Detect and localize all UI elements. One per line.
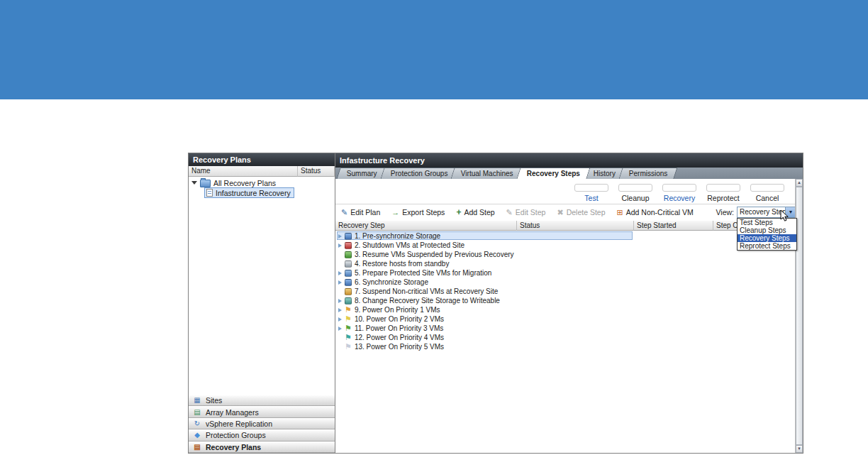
recovery-plan-icon [206, 189, 213, 197]
tree-root-label: All Recovery Plans [213, 179, 276, 187]
tree-selected-item[interactable]: Infastructure Recovery [204, 187, 294, 198]
recovery-plans-icon: ▤ [193, 444, 201, 451]
view-option-reprotect-steps[interactable]: Reprotect Steps [738, 242, 796, 250]
export-steps-icon: → [391, 209, 399, 216]
toolbar-button-label: Export Steps [402, 208, 445, 216]
scroll-down-icon[interactable]: ▼ [796, 445, 803, 453]
srm-window: Recovery Plans Name Status All Recovery … [188, 153, 803, 454]
tab-summary[interactable]: Summary [336, 168, 387, 179]
expand-arrow-icon[interactable] [338, 234, 342, 239]
expand-arrow-icon[interactable] [338, 308, 342, 312]
sidebar-item-label: Array Managers [206, 408, 259, 417]
expand-arrow-icon[interactable] [338, 299, 342, 303]
table-row[interactable]: 4. Restore hosts from standby [335, 259, 795, 268]
plan-actions-row: TestCleanupRecoveryReprotectCancel [571, 184, 795, 202]
tab-label: History [594, 168, 616, 179]
table-row[interactable]: ⚑13. Power On Priority 5 VMs [335, 342, 795, 351]
view-option-test-steps[interactable]: Test Steps [738, 219, 796, 226]
step-label: 5. Prepare Protected Site VMs for Migrat… [355, 269, 491, 277]
steps-list: 1. Pre-synchronize Storage2. Shutdown VM… [335, 231, 795, 453]
export-steps-button[interactable]: →Export Steps [391, 208, 445, 216]
screen: Recovery Plans Name Status All Recovery … [0, 0, 868, 455]
action-button-label: Recovery [659, 194, 700, 202]
expand-arrow-icon[interactable] [338, 327, 342, 331]
tab-recovery-steps[interactable]: Recovery Steps [517, 168, 591, 179]
expand-arrow-icon[interactable] [338, 271, 342, 275]
tab-virtual-machines[interactable]: Virtual Machines [451, 168, 524, 179]
action-button-label: Reprotect [703, 194, 744, 202]
test-button[interactable]: Test [571, 184, 612, 202]
step-label: 8. Change Recovery Site Storage to Write… [355, 297, 500, 305]
step-label: 11. Power On Priority 3 VMs [355, 324, 443, 332]
scroll-up-icon[interactable]: ▲ [796, 179, 803, 187]
action-button-outline [750, 184, 784, 192]
column-header-step-started[interactable]: Step Started [634, 221, 713, 231]
migration-icon [345, 270, 352, 277]
reprotect-button[interactable]: Reprotect [703, 184, 744, 202]
separator [335, 204, 803, 204]
action-button-label: Cancel [747, 194, 788, 202]
tab-strip: SummaryProtection GroupsVirtual Machines… [335, 168, 803, 179]
recovery-button[interactable]: Recovery [659, 184, 700, 202]
table-row[interactable]: ⚑9. Power On Priority 1 VMs [335, 305, 795, 314]
table-row[interactable]: 6. Synchronize Storage [335, 278, 795, 287]
tree-item-infastructure-recovery[interactable]: Infastructure Recovery [201, 188, 335, 197]
view-option-recovery-steps[interactable]: Recovery Steps [738, 234, 796, 242]
recovery-plans-folder-icon [200, 180, 211, 187]
chevron-down-icon[interactable]: ▼ [785, 207, 796, 217]
sidebar-item-array-managers[interactable]: ▤Array Managers [189, 406, 335, 417]
column-header-status[interactable]: Status [298, 166, 335, 177]
tab-permissions[interactable]: Permissions [619, 168, 679, 179]
sidebar-item-vsphere-replication[interactable]: ↻vSphere Replication [189, 418, 335, 429]
view-select-value: Recovery Steps [740, 208, 790, 216]
table-row[interactable]: 8. Change Recovery Site Storage to Write… [335, 296, 795, 305]
cleanup-button[interactable]: Cleanup [615, 184, 656, 202]
sidebar-item-protection-groups[interactable]: ◆Protection Groups [189, 429, 335, 441]
column-header-recovery-step[interactable]: Recovery Step [335, 221, 517, 231]
suspend-icon [345, 288, 352, 295]
table-row[interactable]: 1. Pre-synchronize Storage [335, 231, 795, 241]
view-select[interactable]: Recovery Steps ▼ [737, 207, 796, 218]
column-header-status[interactable]: Status [517, 221, 634, 231]
cancel-button[interactable]: Cancel [747, 184, 788, 202]
view-option-cleanup-steps[interactable]: Cleanup Steps [738, 226, 796, 234]
table-row[interactable]: 2. Shutdown VMs at Protected Site [335, 241, 795, 250]
edit-plan-button[interactable]: ✎Edit Plan [341, 208, 380, 216]
tab-label: Protection Groups [391, 168, 448, 179]
toolbar-button-label: Edit Plan [350, 208, 380, 216]
toolbar-button-label: Delete Step [567, 208, 606, 216]
storage-icon [345, 233, 352, 240]
edit-step-icon: ✎ [506, 209, 513, 216]
add-step-button[interactable]: +Add Step [456, 208, 494, 216]
collapse-arrow-icon[interactable] [191, 181, 197, 185]
step-label: 6. Synchronize Storage [355, 278, 428, 286]
vsphere-replication-icon: ↻ [193, 420, 201, 427]
expand-arrow-icon[interactable] [338, 317, 342, 322]
expand-arrow-icon[interactable] [338, 280, 342, 285]
tree-item-all-recovery-plans[interactable]: All Recovery Plans [189, 178, 335, 187]
table-row[interactable]: ⚑11. Power On Priority 3 VMs [335, 324, 795, 333]
column-header-name[interactable]: Name [189, 166, 298, 177]
delete-step-button: ✖Delete Step [557, 208, 605, 216]
sidebar-item-sites[interactable]: ▦Sites [189, 395, 335, 406]
step-label: 2. Shutdown VMs at Protected Site [355, 241, 464, 249]
step-label: 9. Power On Priority 1 VMs [355, 306, 440, 314]
expand-arrow-icon[interactable] [338, 243, 342, 248]
toolbar-button-label: Add Non-Critical VM [626, 208, 694, 216]
top-banner [0, 0, 868, 99]
table-row[interactable]: ⚑12. Power On Priority 4 VMs [335, 333, 795, 342]
table-row[interactable]: ⚑10. Power On Priority 2 VMs [335, 314, 795, 324]
view-dropdown-list: Test StepsCleanup StepsRecovery StepsRep… [737, 218, 797, 251]
table-row[interactable]: 3. Resume VMs Suspended by Previous Reco… [335, 250, 795, 259]
recovery-plans-panel: Recovery Plans Name Status All Recovery … [189, 153, 335, 453]
add-non-critical-vm-button[interactable]: ⊞Add Non-Critical VM [617, 208, 694, 216]
action-button-outline [706, 184, 740, 192]
flag-icon: ⚑ [345, 306, 352, 313]
sidebar-item-recovery-plans[interactable]: ▤Recovery Plans [189, 442, 335, 453]
table-row[interactable]: 5. Prepare Protected Site VMs for Migrat… [335, 268, 795, 278]
tab-protection-groups[interactable]: Protection Groups [380, 168, 458, 179]
action-button-label: Test [571, 194, 612, 202]
step-label: 7. Suspend Non-critical VMs at Recovery … [355, 287, 498, 295]
table-row[interactable]: 7. Suspend Non-critical VMs at Recovery … [335, 287, 795, 296]
sidebar-item-label: Sites [206, 396, 222, 405]
